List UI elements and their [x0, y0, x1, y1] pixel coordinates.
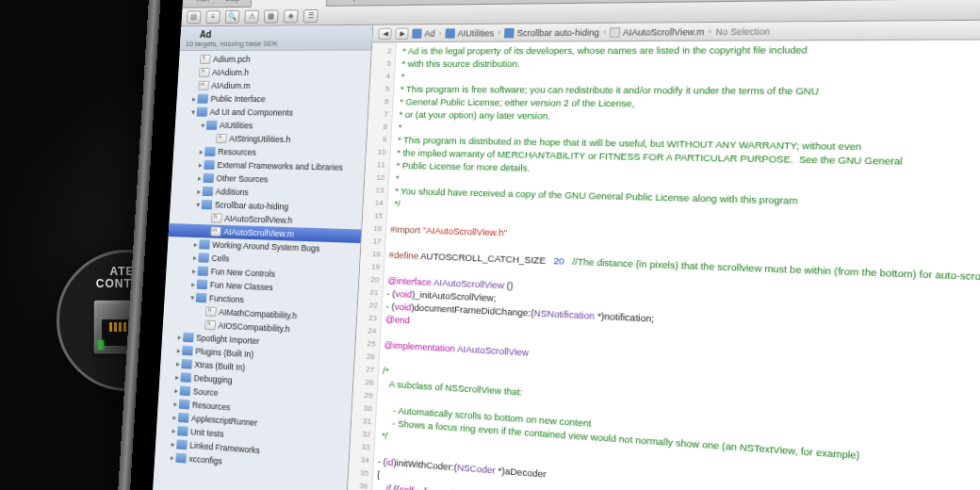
tree-item-label: AIAutoScrollView.h	[224, 214, 293, 225]
tree-item-label: AIAutoScrollView.m	[223, 227, 294, 239]
project-subtitle: 10 targets, missing base SDK	[185, 39, 366, 48]
header-file-icon	[205, 306, 217, 317]
project-name: Ad	[200, 29, 212, 40]
tree-item-label: Ad UI and Components	[209, 107, 293, 118]
impl-file-icon	[210, 226, 221, 236]
tree-item-label: Fun New Controls	[210, 267, 275, 279]
folder-icon	[412, 28, 422, 38]
tree-item-label: AIUtilities	[220, 121, 253, 130]
tree-item-label: Resources	[192, 400, 231, 413]
jump-seg-0[interactable]: Ad	[424, 28, 435, 38]
tree-item-label: AIAdium.h	[212, 68, 249, 77]
folder-icon	[196, 293, 207, 303]
folder-icon	[504, 27, 514, 38]
code-area[interactable]: * Ad is the legal property of its develo…	[368, 40, 980, 490]
project-navigator[interactable]: Ad 10 targets, missing base SDK Adium.pc…	[149, 25, 373, 490]
folder-icon	[202, 200, 213, 209]
tree-item-label: Fun New Classes	[210, 280, 273, 292]
header-file-icon	[200, 55, 211, 64]
jump-seg-1[interactable]: AIUtilities	[457, 28, 494, 39]
stop-label: Stop	[225, 0, 240, 3]
folder-icon	[204, 160, 215, 170]
issue-navigator-icon[interactable]: ⚠	[244, 9, 259, 23]
folder-icon	[182, 346, 193, 356]
tree-item-label: Additions	[215, 187, 248, 197]
tree-item[interactable]: Adium.pch	[179, 53, 371, 66]
folder-icon	[178, 413, 189, 423]
tree-item-label: Plugins (Built In)	[195, 347, 253, 360]
folder-icon	[197, 94, 208, 104]
tree-item-label: Scrollbar auto-hiding	[215, 200, 289, 211]
tree-item-label: Source	[192, 386, 218, 398]
nav-fwd-button[interactable]: ▶	[395, 27, 409, 39]
header-file-icon	[199, 68, 210, 77]
folder-icon	[183, 333, 194, 343]
folder-icon	[197, 107, 208, 117]
chevron-right-icon: ›	[438, 28, 441, 37]
tree-item-label: AIStringUtilities.h	[229, 134, 291, 144]
chevron-right-icon: ›	[709, 26, 711, 36]
header-file-icon	[216, 134, 227, 143]
folder-icon	[445, 28, 455, 38]
screen: Xcode File Edit View Navigate Editor Pro…	[149, 0, 980, 490]
folder-icon	[203, 187, 214, 196]
log-navigator-icon[interactable]: ☰	[303, 9, 318, 23]
tree-item-label: Other Sources	[216, 173, 268, 184]
debug-navigator-icon[interactable]: ▦	[264, 9, 279, 23]
tree-item-label: Functions	[209, 293, 244, 304]
folder-icon	[180, 372, 191, 383]
folder-icon	[180, 385, 191, 396]
tree-item-label: xcconfigs	[188, 454, 222, 466]
tree-item-label: AIAdium.m	[211, 81, 251, 90]
run-label: Run	[196, 0, 209, 3]
tree-item-label: Xtras (Built In)	[194, 360, 245, 372]
jump-seg-3[interactable]: AIAutoScrollView.m	[623, 26, 705, 37]
project-icon	[186, 28, 197, 40]
folder-icon	[204, 147, 216, 156]
folder-icon	[179, 400, 190, 410]
folder-icon	[175, 453, 187, 464]
chevron-right-icon: ›	[498, 28, 500, 37]
jump-seg-2[interactable]: Scrollbar auto-hiding	[516, 27, 599, 38]
folder-icon	[206, 121, 218, 130]
project-navigator-icon[interactable]: ▤	[187, 10, 202, 24]
tree-item-label: Adium.pch	[213, 55, 251, 64]
impl-file-icon	[198, 81, 209, 90]
file-icon	[610, 27, 620, 38]
symbol-navigator-icon[interactable]: ≡	[205, 10, 220, 24]
folder-icon	[203, 173, 214, 183]
tree-item[interactable]: AIAdium.h	[178, 66, 370, 79]
folder-icon	[197, 280, 208, 290]
header-file-icon	[204, 320, 216, 331]
nav-back-button[interactable]: ◀	[378, 27, 392, 39]
breakpoint-navigator-icon[interactable]: ◈	[284, 9, 299, 23]
folder-icon	[176, 439, 188, 449]
folder-icon	[197, 266, 208, 276]
header-file-icon	[211, 213, 222, 222]
folder-icon	[181, 359, 192, 369]
breakpoints-caption: Breakpoints	[335, 0, 374, 1]
source-editor: ◀ ▶ Ad › AIUtilities › Scrollbar auto-hi…	[343, 20, 980, 490]
tree-item-label: Resources	[218, 147, 256, 157]
folder-icon	[177, 426, 188, 436]
search-navigator-icon[interactable]: 🔍	[225, 9, 240, 23]
tree-item-label: Unit tests	[190, 427, 224, 439]
folder-icon	[198, 253, 209, 263]
monitor: Xcode File Edit View Navigate Editor Pro…	[120, 0, 980, 490]
tree-item-label: Public Interface	[210, 94, 266, 104]
tree-item-label: Cells	[211, 253, 229, 264]
tree-item-label: External Frameworks and Libraries	[217, 160, 343, 172]
tree-item-label: Debugging	[193, 373, 233, 385]
chevron-right-icon: ›	[603, 27, 606, 37]
folder-icon	[199, 239, 210, 249]
tree-item[interactable]: AIAdium.m	[177, 79, 369, 93]
jump-seg-4[interactable]: No Selection	[715, 25, 770, 36]
